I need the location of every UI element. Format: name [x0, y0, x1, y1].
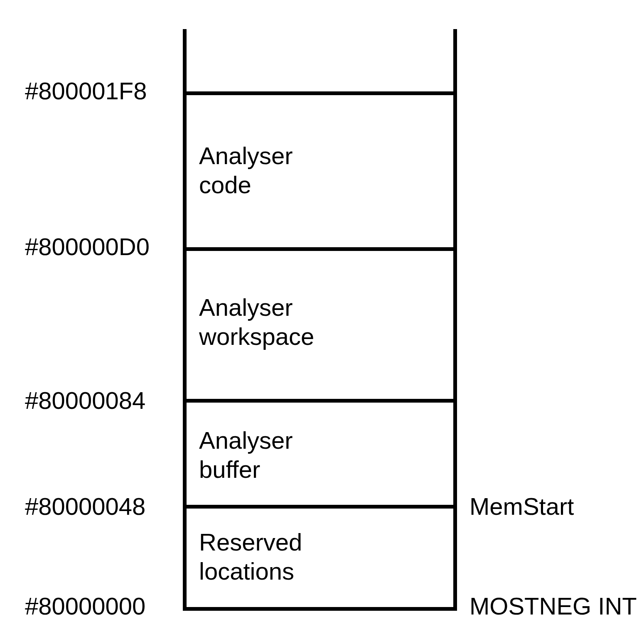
region-reserved-locations: Reserved locations — [199, 528, 407, 585]
region-line2: locations — [199, 558, 294, 585]
divider-1 — [187, 91, 453, 95]
address-5: #80000000 — [25, 592, 145, 620]
region-line2: workspace — [199, 323, 314, 350]
region-line1: Reserved — [199, 528, 302, 556]
region-analyser-workspace: Analyser workspace — [199, 293, 407, 351]
memory-map-diagram: #800001F8 #800000D0 #80000084 #80000048 … — [25, 29, 619, 623]
region-analyser-code: Analyser code — [199, 141, 407, 199]
address-2: #800000D0 — [25, 233, 150, 261]
address-4: #80000048 — [25, 492, 145, 520]
region-line2: buffer — [199, 456, 260, 483]
region-line1: Analyser — [199, 294, 293, 321]
address-1: #800001F8 — [25, 77, 147, 105]
region-line1: Analyser — [199, 427, 293, 454]
divider-2 — [187, 247, 453, 251]
region-line2: code — [199, 171, 251, 198]
right-label-memstart: MemStart — [469, 492, 574, 520]
right-label-mostneg-int: MOSTNEG INT — [469, 592, 637, 620]
divider-3 — [187, 399, 453, 403]
divider-4 — [187, 505, 453, 509]
region-line1: Analyser — [199, 142, 293, 169]
memory-column: Analyser code Analyser workspace Analyse… — [183, 29, 457, 611]
address-3: #80000084 — [25, 386, 145, 414]
region-analyser-buffer: Analyser buffer — [199, 426, 407, 484]
